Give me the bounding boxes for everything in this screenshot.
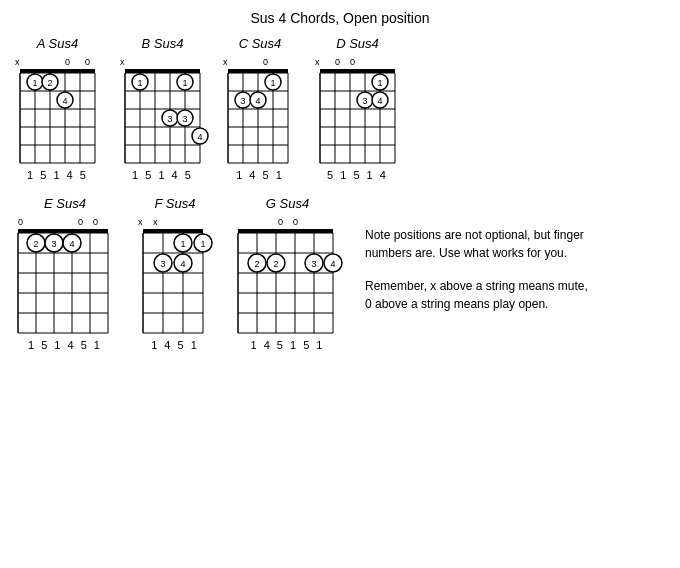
svg-text:1: 1 xyxy=(180,239,185,249)
svg-text:0: 0 xyxy=(335,57,340,67)
svg-rect-91 xyxy=(18,229,108,233)
intervals-d: 5 1 5 1 4 xyxy=(327,169,388,181)
chord-f-sus4: F Sus4 x x 1 xyxy=(135,196,215,351)
svg-text:0: 0 xyxy=(293,217,298,227)
svg-text:0: 0 xyxy=(18,217,23,227)
svg-text:1: 1 xyxy=(377,78,382,88)
chord-name-e: E Sus4 xyxy=(44,196,86,211)
svg-text:4: 4 xyxy=(377,96,382,106)
info-text-1: Note positions are not optional, but fin… xyxy=(365,226,595,262)
svg-text:x: x xyxy=(138,217,143,227)
svg-text:x: x xyxy=(15,57,20,67)
svg-text:4: 4 xyxy=(197,132,202,142)
intervals-b: 1 5 1 4 5 xyxy=(132,169,193,181)
chord-g-sus4: G Sus4 0 0 xyxy=(230,196,345,351)
svg-text:x: x xyxy=(120,57,125,67)
intervals-c: 1 4 5 1 xyxy=(236,169,284,181)
chord-diagram-c: x 0 1 xyxy=(220,55,300,165)
page: Sus 4 Chords, Open position A Sus4 x 0 0 xyxy=(0,0,680,568)
svg-text:1: 1 xyxy=(32,78,37,88)
chord-name-d: D Sus4 xyxy=(336,36,379,51)
svg-text:3: 3 xyxy=(167,114,172,124)
chord-diagram-e: 0 0 0 2 xyxy=(10,215,120,335)
chord-diagram-g: 0 0 2 xyxy=(230,215,345,335)
chord-row-1: A Sus4 x 0 0 xyxy=(10,36,670,181)
chord-name-b: B Sus4 xyxy=(142,36,184,51)
svg-text:3: 3 xyxy=(240,96,245,106)
svg-text:x: x xyxy=(153,217,158,227)
chord-diagram-f: x x 1 1 xyxy=(135,215,215,335)
svg-text:0: 0 xyxy=(85,57,90,67)
svg-rect-69 xyxy=(320,69,395,73)
chord-c-sus4: C Sus4 x 0 xyxy=(220,36,300,181)
svg-text:1: 1 xyxy=(182,78,187,88)
svg-text:3: 3 xyxy=(51,239,56,249)
svg-text:1: 1 xyxy=(137,78,142,88)
svg-text:0: 0 xyxy=(350,57,355,67)
svg-text:4: 4 xyxy=(255,96,260,106)
chord-name-f: F Sus4 xyxy=(155,196,196,211)
chord-b-sus4: B Sus4 x xyxy=(115,36,210,181)
svg-text:3: 3 xyxy=(311,259,316,269)
svg-rect-23 xyxy=(125,69,200,73)
chord-name-c: C Sus4 xyxy=(239,36,282,51)
svg-text:2: 2 xyxy=(254,259,259,269)
chord-row-2: E Sus4 0 0 0 xyxy=(10,196,670,351)
info-text-2: Remember, x above a string means mute, 0… xyxy=(365,277,595,313)
intervals-e: 1 5 1 4 5 1 xyxy=(28,339,102,351)
info-box: Note positions are not optional, but fin… xyxy=(365,226,595,351)
svg-rect-3 xyxy=(20,69,95,73)
svg-text:x: x xyxy=(223,57,228,67)
svg-text:2: 2 xyxy=(47,78,52,88)
chord-name-g: G Sus4 xyxy=(266,196,309,211)
intervals-f: 1 4 5 1 xyxy=(151,339,199,351)
svg-text:x: x xyxy=(315,57,320,67)
svg-rect-48 xyxy=(228,69,288,73)
svg-text:3: 3 xyxy=(362,96,367,106)
svg-text:3: 3 xyxy=(160,259,165,269)
chord-a-sus4: A Sus4 x 0 0 xyxy=(10,36,105,181)
svg-rect-112 xyxy=(143,229,203,233)
svg-text:0: 0 xyxy=(78,217,83,227)
svg-text:3: 3 xyxy=(182,114,187,124)
svg-text:1: 1 xyxy=(270,78,275,88)
chord-e-sus4: E Sus4 0 0 0 xyxy=(10,196,120,351)
chord-diagram-a: x 0 0 1 xyxy=(10,55,105,165)
chord-diagram-b: x 1 xyxy=(115,55,210,165)
svg-text:0: 0 xyxy=(263,57,268,67)
svg-text:1: 1 xyxy=(200,239,205,249)
chord-name-a: A Sus4 xyxy=(37,36,78,51)
intervals-g: 1 4 5 1 5 1 xyxy=(251,339,325,351)
svg-text:4: 4 xyxy=(69,239,74,249)
svg-rect-133 xyxy=(238,229,333,233)
svg-text:0: 0 xyxy=(93,217,98,227)
svg-text:4: 4 xyxy=(330,259,335,269)
chord-d-sus4: D Sus4 x 0 0 xyxy=(310,36,405,181)
page-title: Sus 4 Chords, Open position xyxy=(10,10,670,26)
svg-text:0: 0 xyxy=(65,57,70,67)
svg-text:0: 0 xyxy=(278,217,283,227)
svg-text:2: 2 xyxy=(273,259,278,269)
chord-diagram-d: x 0 0 1 xyxy=(310,55,405,165)
intervals-a: 1 5 1 4 5 xyxy=(27,169,88,181)
svg-text:4: 4 xyxy=(180,259,185,269)
svg-text:2: 2 xyxy=(33,239,38,249)
svg-text:4: 4 xyxy=(62,96,67,106)
